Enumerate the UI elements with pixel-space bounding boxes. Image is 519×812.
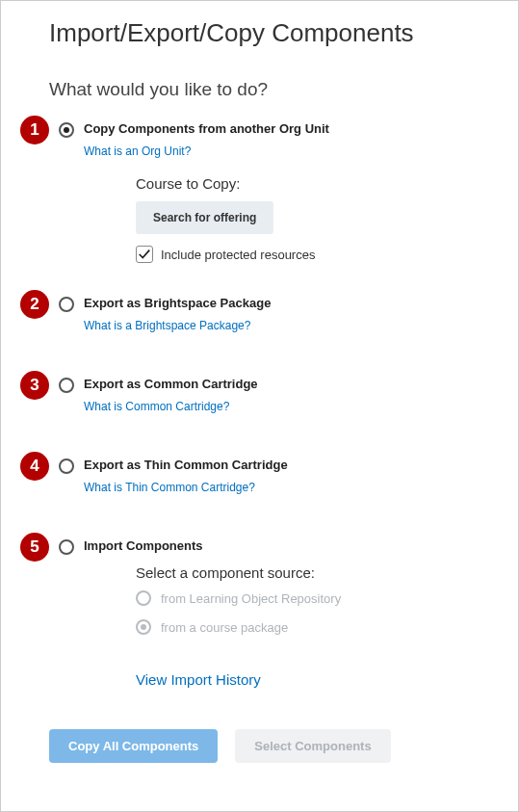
course-to-copy-heading: Course to Copy: [136,175,510,192]
step-badge-5: 5 [20,533,49,562]
radio-export-common-cartridge[interactable] [59,378,74,393]
page-subtitle: What would you like to do? [49,79,510,100]
select-components-button[interactable]: Select Components [235,729,390,763]
import-source-section: Select a component source: from Learning… [136,564,510,689]
step-badge-3: 3 [20,371,49,400]
include-protected-checkbox[interactable] [136,246,153,263]
source-label-repository: from Learning Object Repository [161,591,341,606]
option-export-brightspace: 2 Export as Brightspace Package What is … [9,296,510,344]
source-label-package: from a course package [161,620,288,635]
search-offering-button[interactable]: Search for offering [136,201,273,234]
help-link-brightspace[interactable]: What is a Brightspace Package? [84,319,250,332]
option-label: Export as Common Cartridge [84,377,510,391]
radio-source-repository[interactable] [136,590,151,606]
option-export-thin-cartridge: 4 Export as Thin Common Cartridge What i… [9,458,510,506]
checkbox-label: Include protected resources [161,248,315,262]
option-label: Export as Thin Common Cartridge [84,458,510,472]
option-label: Export as Brightspace Package [84,296,510,310]
step-badge-4: 4 [20,452,49,481]
view-import-history-link[interactable]: View Import History [136,671,261,688]
page-title: Import/Export/Copy Components [49,18,510,48]
copy-all-button[interactable]: Copy All Components [49,729,218,763]
component-source-heading: Select a component source: [136,564,510,581]
option-export-common-cartridge: 3 Export as Common Cartridge What is Com… [9,377,510,425]
radio-export-thin-cartridge[interactable] [59,458,74,474]
step-badge-1: 1 [20,116,49,144]
radio-import-components[interactable] [59,539,74,555]
option-label: Copy Components from another Org Unit [84,121,510,136]
checkmark-icon [138,248,151,261]
action-buttons: Copy All Components Select Components [49,729,510,763]
radio-export-brightspace[interactable] [59,297,74,312]
step-badge-2: 2 [20,290,49,319]
option-copy-components: 1 Copy Components from another Org Unit … [9,121,510,263]
radio-copy-components[interactable] [59,122,74,138]
option-import-components: 5 Import Components Select a component s… [9,538,510,689]
help-link-common-cartridge[interactable]: What is Common Cartridge? [84,400,229,413]
help-link-thin-cartridge[interactable]: What is Thin Common Cartridge? [84,481,255,494]
help-link-org-unit[interactable]: What is an Org Unit? [84,144,191,158]
radio-source-package[interactable] [136,619,151,635]
page-container: Import/Export/Copy Components What would… [0,0,519,812]
option-label: Import Components [84,538,510,553]
copy-course-section: Course to Copy: Search for offering Incl… [136,175,510,263]
